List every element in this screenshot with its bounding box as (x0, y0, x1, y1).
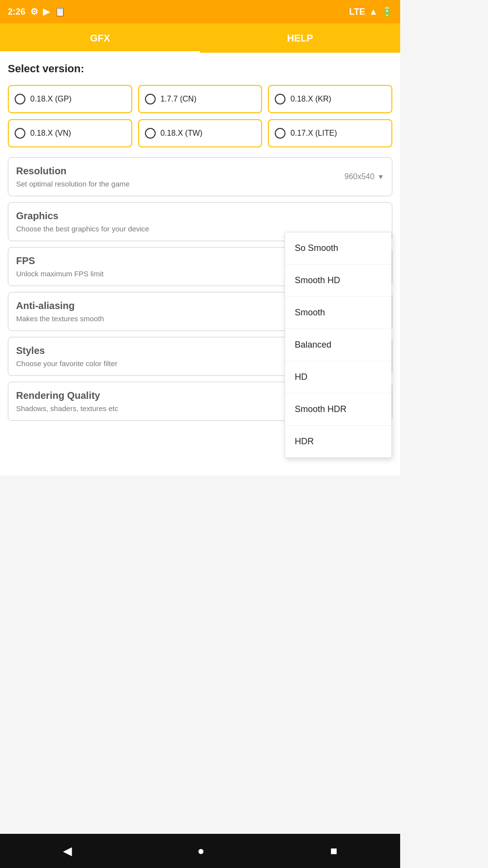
settings-icon: ⚙ (30, 6, 38, 17)
version-btn-tw[interactable]: 0.18.X (TW) (138, 119, 263, 147)
back-button[interactable]: ◀ (63, 844, 72, 858)
status-time: 2:26 (8, 7, 25, 17)
graphics-dropdown-overlay: So Smooth Smooth HD Smooth Balanced HD S… (285, 232, 392, 458)
radio-cn (145, 94, 156, 104)
resolution-value: 960x540 (345, 172, 374, 181)
version-btn-gp[interactable]: 0.18.X (GP) (8, 85, 132, 113)
version-btn-cn[interactable]: 1.7.7 (CN) (138, 85, 263, 113)
main-content: Select version: 0.18.X (GP) 1.7.7 (CN) 0… (0, 53, 400, 475)
signal-icon: ▲ (369, 7, 378, 17)
version-btn-lite[interactable]: 0.17.X (LITE) (268, 119, 392, 147)
version-btn-vn[interactable]: 0.18.X (VN) (8, 119, 132, 147)
play-icon: ▶ (43, 6, 50, 17)
graphics-option-hd[interactable]: HD (285, 361, 391, 393)
radio-tw (145, 128, 156, 139)
graphics-option-smooth-hdr[interactable]: Smooth HDR (285, 393, 391, 426)
version-grid: 0.18.X (GP) 1.7.7 (CN) 0.18.X (KR) 0.18.… (8, 85, 392, 147)
chevron-down-icon: ▼ (377, 173, 384, 181)
graphics-option-smooth[interactable]: Smooth (285, 297, 391, 329)
radio-vn (15, 128, 25, 139)
status-bar-left: 2:26 ⚙ ▶ 📋 (8, 6, 65, 17)
status-bar: 2:26 ⚙ ▶ 📋 LTE ▲ 🔋 (0, 0, 400, 23)
tab-bar: GFX HELP (0, 23, 400, 53)
version-btn-kr[interactable]: 0.18.X (KR) (268, 85, 392, 113)
tab-help[interactable]: HELP (200, 23, 400, 53)
lte-label: LTE (349, 7, 366, 17)
graphics-option-smooth-hd[interactable]: Smooth HD (285, 265, 391, 297)
nav-bar: ◀ ● ■ (0, 834, 400, 868)
resolution-desc: Set optimal resolution for the game (16, 180, 345, 188)
select-version-label: Select version: (8, 62, 392, 75)
tab-gfx[interactable]: GFX (0, 23, 200, 53)
battery-icon: 🔋 (382, 6, 392, 17)
graphics-option-so-smooth[interactable]: So Smooth (285, 232, 391, 265)
resolution-section: Resolution Set optimal resolution for th… (8, 157, 392, 196)
clipboard-icon: 📋 (55, 6, 65, 17)
home-button[interactable]: ● (197, 844, 204, 858)
graphics-title: Graphics (16, 210, 384, 222)
resolution-title: Resolution (16, 165, 345, 177)
resolution-left: Resolution Set optimal resolution for th… (16, 165, 345, 188)
radio-kr (275, 94, 285, 104)
graphics-option-hdr[interactable]: HDR (285, 426, 391, 457)
resolution-row: Resolution Set optimal resolution for th… (16, 165, 384, 188)
radio-gp (15, 94, 25, 104)
graphics-option-balanced[interactable]: Balanced (285, 329, 391, 361)
resolution-dropdown[interactable]: 960x540 ▼ (345, 172, 384, 181)
radio-lite (275, 128, 285, 139)
recent-button[interactable]: ■ (330, 844, 338, 858)
status-bar-right: LTE ▲ 🔋 (349, 6, 393, 17)
graphics-section: Graphics Choose the best graphics for yo… (8, 202, 392, 241)
